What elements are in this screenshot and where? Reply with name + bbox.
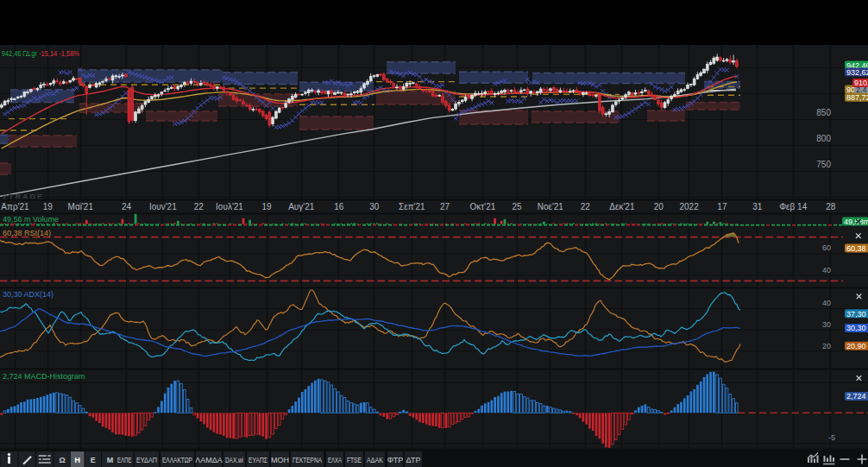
svg-text:49,56 m Volume: 49,56 m Volume (3, 215, 59, 224)
svg-text:ΔΤΡ: ΔΤΡ (406, 456, 421, 464)
svg-text:ΑΔΑΚ: ΑΔΑΚ (367, 456, 383, 464)
svg-text:24: 24 (122, 202, 132, 211)
svg-text:19: 19 (261, 202, 272, 211)
svg-text:2,724: 2,724 (846, 392, 866, 401)
svg-text:17: 17 (717, 202, 727, 211)
svg-text:ΕΥΑΠΣ: ΕΥΑΠΣ (248, 456, 267, 464)
svg-text:ΕΛΧΑ: ΕΛΧΑ (328, 456, 342, 464)
svg-text:22: 22 (194, 202, 204, 211)
svg-text:887,72: 887,72 (846, 93, 868, 102)
svg-text:Φεβ 14: Φεβ 14 (779, 202, 808, 211)
svg-text:800: 800 (816, 134, 831, 143)
svg-text:ΕΛΛΑΚΤΩΡ: ΕΛΛΑΚΤΩΡ (162, 456, 192, 464)
svg-text:Ιουν'21: Ιουν'21 (149, 202, 177, 211)
svg-text:Αυγ'21: Αυγ'21 (288, 202, 315, 211)
svg-text:-5: -5 (828, 433, 835, 442)
svg-text:Απρ'21: Απρ'21 (1, 202, 29, 211)
svg-text:ΕΛΠΕ: ΕΛΠΕ (117, 456, 132, 464)
svg-text:Οκτ'21: Οκτ'21 (470, 202, 496, 211)
svg-text:ΛΑΜΔΑ: ΛΑΜΔΑ (195, 456, 223, 464)
svg-text:ΓΕΚΤΕΡΝΑ: ΓΕΚΤΕΡΝΑ (292, 456, 322, 464)
svg-text:942,46 ΓΔ.gr: 942,46 ΓΔ.gr (2, 49, 37, 58)
svg-text:20: 20 (822, 342, 831, 350)
svg-text:40: 40 (822, 299, 831, 307)
svg-text:30,30: 30,30 (846, 324, 866, 332)
svg-text:Δεκ'21: Δεκ'21 (609, 202, 635, 211)
svg-text:30: 30 (369, 202, 380, 211)
svg-text:DAX.wi: DAX.wi (225, 456, 243, 464)
svg-text:Νοε'21: Νοε'21 (538, 202, 564, 211)
svg-text:16: 16 (334, 202, 344, 211)
svg-text:60,38: 60,38 (846, 244, 866, 253)
svg-text:30,30 ADX(14): 30,30 ADX(14) (3, 290, 53, 299)
svg-text:Ιουλ'21: Ιουλ'21 (216, 202, 243, 211)
svg-text:60: 60 (822, 243, 831, 252)
svg-text:2022: 2022 (679, 202, 699, 211)
svg-text:850: 850 (816, 108, 831, 117)
svg-text:60,38 RSI(14): 60,38 RSI(14) (3, 229, 51, 237)
svg-text:FTSE: FTSE (347, 456, 362, 464)
svg-text:750: 750 (816, 160, 831, 169)
svg-text:27: 27 (440, 202, 450, 211)
svg-text:-15,14 -1,58%: -15,14 -1,58% (39, 49, 79, 58)
svg-text:932,62: 932,62 (846, 68, 868, 77)
svg-text:28: 28 (826, 202, 836, 211)
svg-text:25: 25 (512, 202, 522, 211)
svg-text:ΕΥΔΑΠ: ΕΥΔΑΠ (136, 456, 157, 464)
svg-text:Σεπ'21: Σεπ'21 (399, 202, 425, 211)
svg-text:31: 31 (752, 202, 763, 211)
svg-text:30: 30 (822, 320, 831, 329)
svg-text:2,724 MACD-Histogram: 2,724 MACD-Histogram (3, 372, 85, 381)
svg-text:49,58m: 49,58m (844, 218, 868, 226)
svg-text:ΦΤΡ: ΦΤΡ (387, 456, 404, 464)
svg-text:ΜΟΗ: ΜΟΗ (271, 456, 289, 464)
svg-text:H: H (75, 456, 81, 464)
svg-text:20,90: 20,90 (846, 342, 866, 350)
svg-text:Μαϊ'21: Μαϊ'21 (68, 202, 94, 211)
svg-text:20: 20 (654, 202, 664, 211)
svg-text:22: 22 (581, 202, 591, 211)
svg-text:37,30: 37,30 (846, 310, 866, 319)
svg-text:M: M (107, 456, 114, 464)
svg-text:19: 19 (43, 202, 53, 211)
svg-text:Ω: Ω (59, 456, 65, 464)
svg-text:E: E (91, 456, 96, 464)
svg-text:910,1: 910,1 (854, 79, 868, 87)
svg-text:40: 40 (822, 266, 831, 275)
